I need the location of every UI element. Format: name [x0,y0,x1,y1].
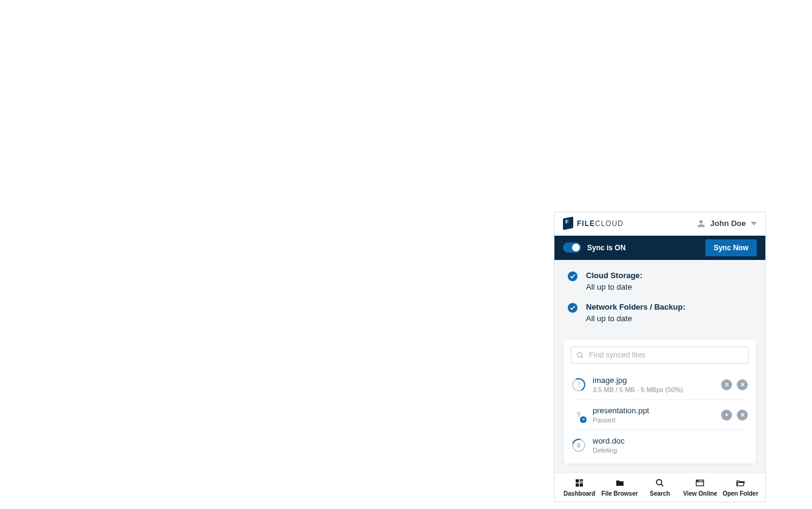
nav-label: Open Folder [722,490,758,497]
file-name: presentation.ppt [593,406,714,415]
header: FILECLOUD John Doe [554,212,765,236]
bottom-nav: Dashboard File Browser Search View Onlin… [554,473,765,502]
nav-label: File Browser [602,490,638,497]
check-icon [568,303,577,313]
nav-label: Search [650,490,670,497]
search-input-wrap[interactable] [571,347,749,364]
search-input[interactable] [589,351,744,359]
cancel-button[interactable] [737,410,748,421]
brand-icon [563,218,573,229]
svg-rect-3 [727,383,728,387]
brand-name-bold: FILE [577,219,595,228]
svg-rect-14 [576,484,579,487]
nav-dashboard[interactable]: Dashboard [559,478,599,497]
svg-line-1 [581,356,583,358]
user-icon [697,219,705,228]
nav-open-folder[interactable]: Open Folder [720,478,760,497]
sync-toggle[interactable] [563,242,581,253]
nav-label: View Online [683,490,717,497]
nav-label: Dashboard [564,490,595,497]
sync-status: Sync is ON [563,242,625,253]
svg-point-16 [656,479,662,485]
chevron-down-icon [751,222,757,225]
file-meta: 3.5 MB / 5 MB - 5 MBps (50%) [593,386,714,393]
svg-rect-13 [580,482,583,482]
file-row: presentation.ppt Paused [571,400,749,430]
status-row-network: Network Folders / Backup: All up to date [568,302,752,323]
delete-progress-icon [572,439,585,452]
status-title: Cloud Storage: [586,271,642,280]
file-list-card: image.jpg 3.5 MB / 5 MB - 5 MBps (50%) [563,339,757,464]
file-list-container: image.jpg 3.5 MB / 5 MB - 5 MBps (50%) [554,339,765,473]
file-name: word.doc [593,436,740,445]
file-meta: Paused [593,416,714,424]
status-subtitle: All up to date [586,314,685,323]
svg-rect-20 [697,481,698,481]
svg-rect-15 [580,484,583,487]
status-section: Cloud Storage: All up to date Network Fo… [554,260,765,339]
pause-button[interactable] [721,379,732,390]
sync-now-button[interactable]: Sync Now [705,239,757,256]
svg-rect-12 [580,479,583,481]
svg-rect-6 [582,418,583,421]
filecloud-panel: FILECLOUD John Doe Sync is ON Sync Now [554,211,766,502]
file-row: image.jpg 3.5 MB / 5 MB - 5 MBps (50%) [571,370,749,400]
status-title: Network Folders / Backup: [586,302,685,311]
file-row: word.doc Deleting [571,430,749,460]
brand-text: FILECLOUD [577,219,624,228]
svg-marker-8 [725,413,728,416]
user-name: John Doe [710,219,746,228]
nav-file-browser[interactable]: File Browser [599,478,639,497]
file-name: image.jpg [593,376,714,385]
file-meta: Deleting [593,447,740,454]
status-row-cloud: Cloud Storage: All up to date [568,271,752,291]
resume-button[interactable] [721,410,732,421]
nav-view-online[interactable]: View Online [680,478,720,497]
upload-progress-icon [572,378,585,391]
svg-point-0 [577,352,582,356]
svg-line-17 [661,484,663,486]
svg-rect-7 [584,418,584,421]
brand-name-light: CLOUD [595,219,624,228]
sync-bar: Sync is ON Sync Now [554,236,765,260]
sync-status-label: Sync is ON [587,244,625,252]
user-menu[interactable]: John Doe [697,219,757,228]
status-subtitle: All up to date [586,282,642,291]
nav-search[interactable]: Search [640,478,680,497]
svg-rect-11 [576,479,579,482]
upload-paused-icon [572,408,585,422]
cancel-button[interactable] [737,379,748,390]
check-icon [568,271,577,281]
toggle-knob [572,244,580,251]
pause-badge-icon [580,416,587,423]
svg-rect-2 [725,383,727,387]
brand: FILECLOUD [563,218,624,229]
